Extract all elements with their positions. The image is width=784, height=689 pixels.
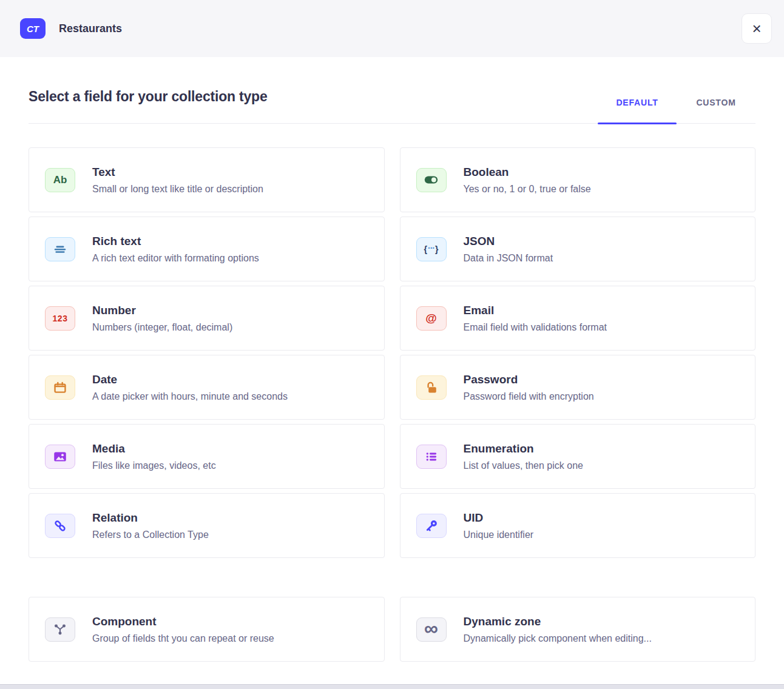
rich-text-lines-icon [45,237,75,261]
field-description: Email field with validations format [464,322,607,333]
ab-text-icon: Ab [45,168,75,192]
tab-custom[interactable]: CUSTOM [677,98,755,123]
footer-edge [0,684,784,689]
field-description: A rich text editor with formating option… [92,253,259,264]
json-braces-icon: {···} [416,237,447,261]
bullet-list-icon [416,445,447,469]
field-name: Email [464,304,607,317]
field-name: Password [464,373,594,386]
advanced-field-grid: Component Group of fields tht you can re… [29,597,755,662]
field-card-json[interactable]: {···} JSON Data in JSON format [400,217,756,281]
toggle-icon [416,168,447,192]
title-row: Select a field for your collection type … [29,57,755,124]
field-name: Rich text [92,235,259,248]
field-card-enumeration[interactable]: Enumeration List of values, then pick on… [400,424,756,489]
field-description: Unique identifier [464,529,534,540]
field-description: Dynamically pick component when editing.… [464,633,652,644]
content-type-badge: CT [20,18,46,39]
modal-body: Select a field for your collection type … [0,57,784,662]
field-card-relation[interactable]: Relation Refers to a Collection Type [29,493,385,558]
picture-icon [45,445,75,469]
field-name: Dynamic zone [464,615,652,628]
close-icon: × [752,21,761,36]
field-description: Password field with encryption [464,391,594,402]
calendar-icon [45,375,75,400]
field-description: A date picker with hours, minute and sec… [92,391,288,402]
field-card-number[interactable]: 123 Number Numbers (integer, float, deci… [29,286,385,351]
field-card-dynamic-zone[interactable]: ∞ Dynamic zone Dynamically pick componen… [400,597,756,662]
field-card-text[interactable]: Ab Text Small or long text like title or… [29,147,385,212]
field-name: Text [92,166,263,179]
field-name: UID [464,511,534,525]
field-card-uid[interactable]: UID Unique identifier [400,493,756,558]
field-name: Boolean [464,166,591,179]
field-name: Media [92,442,216,455]
close-button[interactable]: × [742,13,772,44]
field-card-rich-text[interactable]: Rich text A rich text editor with format… [29,217,385,281]
numbers-123-icon: 123 [45,306,75,331]
at-sign-icon: @ [416,306,447,331]
field-card-date[interactable]: Date A date picker with hours, minute an… [29,355,385,420]
field-name: Component [92,615,274,628]
field-description: Files like images, videos, etc [92,460,216,471]
modal-title: Restaurants [59,22,122,35]
field-name: Date [92,373,288,386]
field-description: Refers to a Collection Type [92,529,209,540]
field-card-email[interactable]: @ Email Email field with validations for… [400,286,756,351]
field-description: Small or long text like title or descrip… [92,184,263,195]
field-description: List of values, then pick one [464,460,583,471]
padlock-icon [416,375,447,400]
field-card-boolean[interactable]: Boolean Yes or no, 1 or 0, true or false [400,147,756,212]
field-card-component[interactable]: Component Group of fields tht you can re… [29,597,385,662]
field-source-tabs: DEFAULT CUSTOM [598,98,755,123]
field-name: Number [92,304,232,317]
field-description: Yes or no, 1 or 0, true or false [464,184,591,195]
key-icon [416,514,447,538]
field-grid: Ab Text Small or long text like title or… [29,147,755,558]
chain-link-icon [45,514,75,538]
field-name: Relation [92,511,209,525]
field-description: Group of fields tht you can repeat or re… [92,633,274,644]
field-card-password[interactable]: Password Password field with encryption [400,355,756,420]
field-name: JSON [464,235,553,248]
field-description: Numbers (integer, float, decimal) [92,322,232,333]
field-name: Enumeration [464,442,583,455]
modal-header: CT Restaurants × [0,0,784,57]
nodes-icon [45,617,75,642]
field-card-media[interactable]: Media Files like images, videos, etc [29,424,385,489]
tab-default[interactable]: DEFAULT [598,98,677,123]
infinity-icon: ∞ [416,617,447,642]
page-title: Select a field for your collection type [29,89,268,105]
field-description: Data in JSON format [464,253,553,264]
